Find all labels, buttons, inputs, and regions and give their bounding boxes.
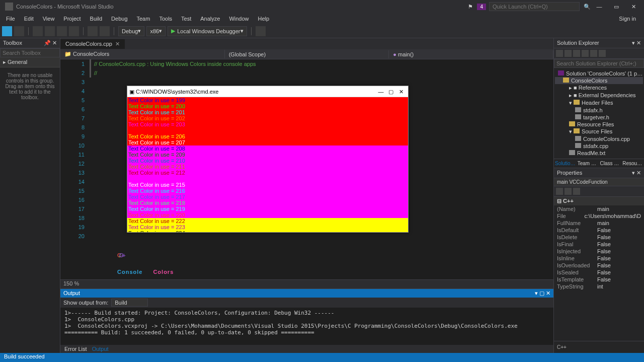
open-icon[interactable]	[45, 26, 55, 36]
menu-analyze[interactable]: Analyze	[196, 15, 224, 23]
tab-consolecolors[interactable]: ConsoleColors.cpp✕	[60, 39, 125, 49]
output-title: Output	[63, 290, 80, 297]
save-icon[interactable]	[57, 26, 67, 36]
pin-icon[interactable]: 📌 ✕	[44, 40, 57, 46]
solution-tree[interactable]: Solution 'ConsoleColors' (1 project) Con…	[554, 68, 644, 159]
flag-icon[interactable]: ⚑	[468, 4, 473, 10]
properties-panel: Properties▾ ✕ main VCCodeFunction ⊟ C++(…	[554, 168, 644, 353]
menu-edit[interactable]: Edit	[20, 15, 38, 23]
cmd-window: ▣ C:\WINDOWS\system32\cmd.exe ― ▢ ✕ Text…	[127, 86, 409, 233]
se-tool-icon[interactable]	[599, 50, 606, 57]
platform-select[interactable]: x86 ▾	[146, 26, 166, 36]
toolbox-title: Toolbox	[3, 40, 22, 46]
se-title: Solution Explorer	[557, 40, 599, 46]
props-az-icon[interactable]	[565, 188, 572, 195]
nav-fwd-icon[interactable]	[14, 26, 24, 36]
config-select[interactable]: Debug ▾	[118, 26, 144, 36]
se-tool-icon[interactable]	[565, 50, 572, 57]
props-cat-icon[interactable]	[556, 188, 563, 195]
props-object[interactable]: main VCCodeFunction	[554, 178, 644, 186]
output-show-from-label: Show output from:	[63, 300, 108, 306]
tab-error-list[interactable]: Error List	[64, 346, 87, 352]
cmd-min-button[interactable]: ―	[376, 87, 386, 96]
se-tool-icon[interactable]	[582, 50, 589, 57]
search-icon[interactable]: 🔍	[584, 4, 591, 10]
cmd-close-button[interactable]: ✕	[396, 87, 406, 96]
crumb-scope[interactable]: (Global Scope)	[225, 50, 389, 58]
toolbar: Debug ▾ x86 ▾ ▶Local Windows Debugger ▾	[0, 24, 644, 38]
close-tab-icon[interactable]: ✕	[115, 41, 120, 47]
overlay-logos: C/C++ Console Colors	[117, 234, 174, 276]
menu-tools[interactable]: Tools	[155, 15, 176, 23]
props-footer: C++	[554, 341, 644, 353]
menu-view[interactable]: View	[39, 15, 59, 23]
quick-launch[interactable]	[489, 2, 580, 11]
menu-debug[interactable]: Debug	[107, 15, 131, 23]
menu-window[interactable]: Window	[225, 15, 253, 23]
cmd-body: Text Color in use = 199Text Color in use…	[127, 97, 408, 232]
cmd-title: C:\WINDOWS\system32\cmd.exe	[136, 87, 218, 96]
cmd-icon: ▣	[129, 87, 134, 96]
props-title: Properties	[557, 170, 582, 176]
save-all-icon[interactable]	[69, 26, 79, 36]
se-tool-icon[interactable]	[556, 50, 563, 57]
minimize-button[interactable]: ―	[591, 1, 608, 12]
menu-bar: File Edit View Project Build Debug Team …	[0, 13, 644, 24]
redo-icon[interactable]	[100, 26, 110, 36]
se-tool-icon[interactable]	[573, 50, 580, 57]
start-debug-button[interactable]: ▶Local Windows Debugger ▾	[168, 26, 247, 36]
toolbox-search[interactable]	[0, 48, 60, 57]
zoom-level[interactable]: 150 %	[60, 279, 553, 288]
line-gutter: 1234567891011121314151617181920	[60, 59, 90, 279]
sign-in-link[interactable]: Sign in	[615, 15, 640, 23]
cmd-max-button[interactable]: ▢	[386, 87, 396, 96]
se-tool-icon[interactable]	[590, 50, 597, 57]
editor-tabs: ConsoleColors.cpp✕	[60, 38, 553, 49]
crumb-function[interactable]: ● main()	[389, 50, 553, 58]
maximize-button[interactable]: ▭	[608, 1, 625, 12]
title-bar: ConsoleColors - Microsoft Visual Studio …	[0, 0, 644, 13]
status-bar: Build succeeded	[0, 353, 644, 362]
crumb-project[interactable]: 📁 ConsoleColors	[60, 50, 225, 58]
props-grid[interactable]: ⊟ C++(Name)mainFilec:\Users\mohammad\DFu…	[554, 197, 644, 341]
code-editor[interactable]: 1234567891011121314151617181920 // Conso…	[60, 59, 553, 279]
window-title: ConsoleColors - Microsoft Visual Studio	[16, 4, 114, 10]
menu-project[interactable]: Project	[59, 15, 85, 23]
nav-back-icon[interactable]	[2, 26, 12, 36]
nav-bar: 📁 ConsoleColors (Global Scope) ● main()	[60, 49, 553, 59]
vs-logo-icon	[5, 3, 13, 11]
menu-help[interactable]: Help	[254, 15, 274, 23]
menu-file[interactable]: File	[2, 15, 19, 23]
undo-icon[interactable]	[88, 26, 98, 36]
output-panel: Output▾ ▢ ✕ Show output from: Build 1>--…	[60, 288, 553, 353]
toolbox-panel: Toolbox📌 ✕ ▸ General There are no usable…	[0, 38, 60, 353]
solution-explorer: Solution Explorer▾ ✕ Solution 'ConsoleCo…	[554, 38, 644, 159]
tab-output[interactable]: Output	[92, 346, 109, 352]
toolbox-empty-msg: There are no usable controls in this gro…	[0, 67, 60, 105]
menu-build[interactable]: Build	[86, 15, 106, 23]
output-source-select[interactable]: Build	[111, 299, 147, 307]
toolbox-general[interactable]: ▸ General	[0, 57, 60, 67]
close-button[interactable]: ✕	[625, 1, 642, 12]
se-search[interactable]	[554, 59, 644, 68]
props-prop-icon[interactable]	[573, 188, 580, 195]
tool-icon[interactable]	[256, 26, 266, 36]
new-icon[interactable]	[33, 26, 43, 36]
menu-team[interactable]: Team	[133, 15, 154, 23]
se-close-icon[interactable]: ▾ ✕	[632, 40, 641, 46]
menu-test[interactable]: Test	[177, 15, 195, 23]
output-body[interactable]: 1>------ Build started: Project: Console…	[60, 308, 553, 345]
props-close-icon[interactable]: ▾ ✕	[632, 170, 641, 176]
output-chevron-icon[interactable]: ▾ ▢ ✕	[535, 290, 550, 297]
notification-badge[interactable]: 4	[477, 4, 486, 10]
right-tabs[interactable]: Solution... Team Ex... Class View Resour…	[554, 159, 644, 168]
